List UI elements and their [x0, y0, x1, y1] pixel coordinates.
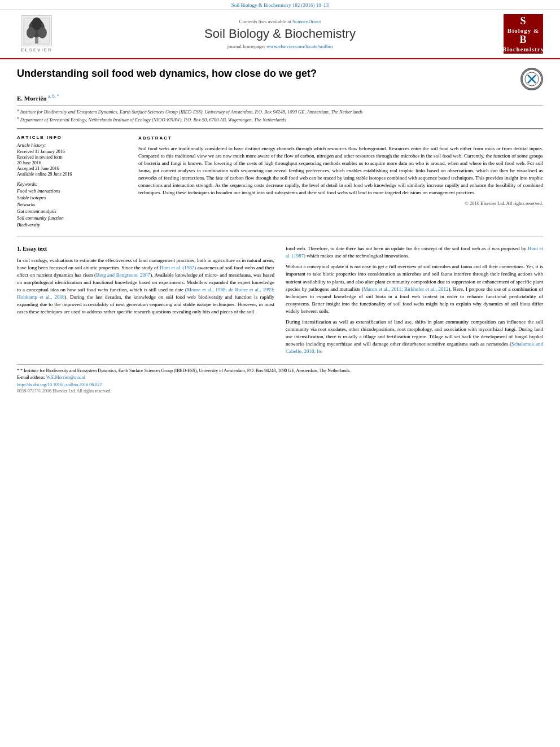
body-para-1: In soil ecology, evaluations to estimate… — [17, 257, 274, 316]
body-section: 1. Essay text In soil ecology, evaluatio… — [17, 245, 543, 359]
keyword-2: Stable isotopes — [17, 195, 127, 200]
article-history: Article history: Received 31 January 201… — [17, 142, 127, 177]
keyword-1: Food web interactions — [17, 188, 127, 194]
affiliation-block: a Institute for Biodiversity and Ecosyst… — [17, 105, 543, 123]
journal-header: Soil Biology & Biochemistry 102 (2016) 1… — [0, 0, 560, 59]
article-info-title: ARTICLE INFO — [17, 135, 127, 140]
footnote-star: * * Institute for Biodiversity and Ecosy… — [17, 368, 543, 373]
footnote-area: * * Institute for Biodiversity and Ecosy… — [17, 364, 543, 394]
sbb-logo: S Biology & B Biochemistry — [504, 14, 543, 54]
journal-citation: Soil Biology & Biochemistry 102 (2016) 1… — [231, 2, 329, 8]
history-received: Received 31 January 2016 — [17, 149, 127, 154]
email-link[interactable]: W.E.Morrien@uva.nl — [46, 375, 85, 380]
journal-center-info: Contents lists available at ScienceDirec… — [62, 19, 498, 49]
copyright-line: © 2016 Elsevier Ltd. All rights reserved… — [138, 200, 543, 207]
history-online: Available online 29 June 2016 — [17, 172, 127, 177]
elsevier-label: ELSEVIER — [21, 47, 53, 53]
issn-line: 0038-0717/© 2016 Elsevier Ltd. All right… — [17, 388, 543, 394]
crossmark-badge — [520, 68, 543, 90]
svg-rect-1 — [35, 37, 38, 43]
elsevier-logo-container: ELSEVIER — [11, 15, 62, 53]
article-title-section: Understanding soil food web dynamics, ho… — [17, 68, 543, 90]
body-para-3: During intensification as well as extens… — [286, 318, 543, 355]
abstract-text: Soil food webs are traditionally conside… — [138, 145, 543, 196]
affiliation-a: a Institute for Biodiversity and Ecosyst… — [17, 108, 543, 115]
article-info-col: ARTICLE INFO Article history: Received 3… — [17, 135, 127, 229]
journal-middle-bar: ELSEVIER Contents lists available at Sci… — [0, 10, 560, 58]
hunt-ref-link-2[interactable]: Hunt et al. (1987) — [286, 246, 543, 259]
abstract-body-divider — [17, 237, 543, 237]
history-revised-label: Received in revised form — [17, 155, 127, 160]
journal-citation-bar: Soil Biology & Biochemistry 102 (2016) 1… — [0, 0, 560, 10]
doi-link[interactable]: http://dx.doi.org/10.1016/j.soilbio.2016… — [17, 382, 102, 387]
abstract-col: ABSTRACT Soil food webs are traditionall… — [138, 135, 543, 229]
history-label: Article history: — [17, 142, 127, 148]
moore-ref-link[interactable]: Moore et al., 1988; de Ruiter et al., 19… — [17, 287, 274, 300]
contents-available: Contents lists available at ScienceDirec… — [62, 19, 498, 24]
doi-line: http://dx.doi.org/10.1016/j.soilbio.2016… — [17, 382, 543, 387]
keywords-section: Keywords: Food web interactions Stable i… — [17, 181, 127, 228]
keyword-6: Biodiversity — [17, 222, 127, 228]
sbb-logo-container: S Biology & B Biochemistry — [498, 14, 549, 54]
history-revised-date: 20 June 2016 — [17, 160, 127, 165]
footnote-email: E-mail address: W.E.Morrien@uva.nl — [17, 375, 543, 380]
author-name: E. Morriën — [17, 95, 47, 102]
elsevier-tree-icon — [21, 15, 52, 46]
header-divider — [17, 128, 543, 129]
hunt-ref-link[interactable]: Hunt et al. (1987) — [160, 265, 196, 270]
journal-homepage: journal homepage: www.elsevier.com/locat… — [62, 43, 498, 49]
body-col-1: 1. Essay text In soil ecology, evaluatio… — [17, 245, 274, 359]
history-accepted: Accepted 21 June 2016 — [17, 166, 127, 171]
berg-ref-link[interactable]: Berg and Bengtsson, 2007 — [96, 272, 150, 278]
sciencedirect-link[interactable]: ScienceDirect — [292, 19, 321, 24]
journal-homepage-link[interactable]: www.elsevier.com/locate/soilbio — [266, 43, 333, 49]
maron-ref-link[interactable]: Maron et al., 2011; Birkhofer et al., 20… — [364, 286, 449, 292]
body-para-2: Without a conceptual update it is not ea… — [286, 263, 543, 314]
keyword-4: Gut content analysis — [17, 208, 127, 214]
body-para-cont: food web. Therefore, to date there has n… — [286, 245, 543, 260]
author-superscripts: a, b, * — [48, 94, 59, 99]
abstract-title: ABSTRACT — [138, 135, 543, 142]
body-col-2: food web. Therefore, to date there has n… — [286, 245, 543, 359]
affiliation-b: b Department of Terrestrial Ecology, Net… — [17, 116, 543, 123]
article-title: Understanding soil food web dynamics, ho… — [17, 68, 520, 80]
section-heading: 1. Essay text — [17, 245, 274, 254]
svg-point-5 — [32, 18, 42, 30]
keywords-label: Keywords: — [17, 181, 127, 187]
keyword-5: Soil community function — [17, 215, 127, 221]
info-abstract-section: ARTICLE INFO Article history: Received 3… — [17, 135, 543, 229]
author-line: E. Morriën a, b, * — [17, 94, 543, 102]
keyword-3: Networks — [17, 202, 127, 207]
elsevier-logo: ELSEVIER — [21, 15, 53, 53]
journal-title: Soil Biology & Biochemistry — [62, 27, 498, 41]
main-content: Understanding soil food web dynamics, ho… — [0, 59, 560, 405]
schalamuk-ref-link[interactable]: Schalamuk and Cabello, 2010; Ito — [286, 341, 543, 354]
